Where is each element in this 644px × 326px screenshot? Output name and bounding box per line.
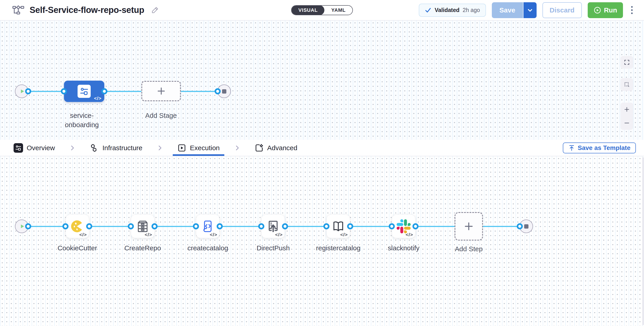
code-badge: </> <box>94 96 102 101</box>
start-node <box>15 84 28 98</box>
chevron-down-icon <box>527 7 534 14</box>
canvas-controls <box>620 56 633 130</box>
code-badge: </> <box>340 232 348 237</box>
zoom-controls <box>620 103 633 130</box>
step-card[interactable]: </> <box>262 215 285 238</box>
play-icon <box>19 223 25 229</box>
tab-label: Overview <box>27 144 55 152</box>
execution-canvas[interactable]: </> CookieCutter </> CreateRepo </> crea… <box>0 156 644 326</box>
end-node <box>217 84 231 98</box>
validated-time: 2h ago <box>463 7 480 13</box>
code-badge: </> <box>406 232 413 237</box>
pipeline-flowchart-icon <box>12 5 24 16</box>
toggle-visual[interactable]: VISUAL <box>292 5 324 15</box>
cookiecutter-icon <box>70 219 84 233</box>
connector-port[interactable] <box>323 223 330 230</box>
connector-port[interactable] <box>214 88 221 94</box>
save-dropdown-button[interactable] <box>524 2 536 18</box>
play-circle-icon <box>594 6 601 14</box>
connector-port[interactable] <box>25 223 31 230</box>
connector-port[interactable] <box>217 223 223 230</box>
add-step-label: Add Step <box>435 244 503 253</box>
pipeline-edge <box>22 91 224 92</box>
stage-config-tabs: Overview Infrastructure Execution Advanc… <box>0 140 644 156</box>
add-stage-button[interactable] <box>141 81 181 101</box>
step-card[interactable]: </> <box>392 215 416 238</box>
connector-port[interactable] <box>128 223 134 230</box>
chevron-right-icon <box>69 144 76 151</box>
connector-port[interactable] <box>86 223 92 230</box>
connector-port[interactable] <box>62 223 68 230</box>
zoom-to-fit-button[interactable] <box>620 56 633 69</box>
tab-label: Advanced <box>267 144 297 152</box>
step-card[interactable]: </> <box>326 215 350 238</box>
save-as-template-label: Save as Template <box>578 144 630 151</box>
advanced-icon <box>254 143 264 152</box>
connector-port[interactable] <box>101 88 108 94</box>
connector-port[interactable] <box>152 223 158 230</box>
code-badge: </> <box>79 232 87 237</box>
directpush-icon <box>266 219 280 233</box>
createrepo-icon <box>136 219 150 233</box>
code-badge: </> <box>145 232 152 237</box>
tab-execution[interactable]: Execution <box>177 140 220 156</box>
connector-port[interactable] <box>347 223 353 230</box>
step-card[interactable]: </> <box>66 215 89 238</box>
toggle-yaml[interactable]: YAML <box>324 5 352 15</box>
step-node-CreateRepo[interactable]: </> CreateRepo <box>131 215 154 238</box>
save-button[interactable]: Save <box>492 2 524 18</box>
validation-status-badge[interactable]: Validated 2h ago <box>419 4 486 17</box>
tab-overview[interactable]: Overview <box>14 140 55 156</box>
start-node <box>15 220 28 233</box>
connector-port[interactable] <box>517 223 523 230</box>
code-badge: </> <box>275 232 283 237</box>
step-node-CookieCutter[interactable]: </> CookieCutter <box>66 215 89 238</box>
tab-label: Execution <box>190 144 220 152</box>
infrastructure-icon <box>90 143 99 152</box>
run-button[interactable]: Run <box>588 2 623 18</box>
connector-port[interactable] <box>412 223 418 230</box>
discard-button[interactable]: Discard <box>542 2 582 18</box>
stop-icon <box>222 89 226 94</box>
add-step-button[interactable] <box>454 212 483 241</box>
edit-pipeline-name-button[interactable] <box>151 6 159 14</box>
more-options-button[interactable] <box>629 4 635 16</box>
minus-icon <box>624 120 630 126</box>
createcatalog-icon <box>201 219 215 233</box>
stage-node-service-onboarding[interactable]: </> <box>64 81 104 102</box>
step-label: CreateRepo <box>106 244 179 252</box>
stage-canvas[interactable]: </> service-onboarding Add Stage <box>0 21 644 140</box>
step-node-slacknotify[interactable]: </> slacknotify <box>392 215 416 238</box>
visual-yaml-toggle[interactable]: VISUAL YAML <box>291 5 353 15</box>
save-as-template-button[interactable]: Save as Template <box>563 142 636 153</box>
stage-label: service-onboarding <box>59 111 104 129</box>
zoom-out-button[interactable] <box>620 116 633 130</box>
check-icon <box>425 7 432 14</box>
vertical-scrollbar[interactable] <box>642 157 644 325</box>
tab-label: Infrastructure <box>102 144 142 152</box>
connector-port[interactable] <box>61 88 67 94</box>
tab-infrastructure[interactable]: Infrastructure <box>90 140 142 156</box>
step-label: registercatalog <box>302 244 374 252</box>
end-node <box>520 220 533 233</box>
step-card[interactable]: </> <box>131 215 154 238</box>
selection-mode-button[interactable] <box>620 78 633 91</box>
step-card[interactable]: </> <box>196 215 220 238</box>
save-split-button: Save <box>492 2 536 18</box>
step-node-registercatalog[interactable]: </> registercatalog <box>326 215 350 238</box>
stage-type-icon-box <box>78 85 91 98</box>
code-badge: </> <box>210 232 217 237</box>
zoom-in-button[interactable] <box>620 103 633 116</box>
step-node-createcatalog[interactable]: </> createcatalog <box>196 215 220 238</box>
connector-port[interactable] <box>25 88 31 94</box>
connector-port[interactable] <box>193 223 199 230</box>
connector-port[interactable] <box>282 223 288 230</box>
tab-advanced[interactable]: Advanced <box>254 140 297 156</box>
connector-port[interactable] <box>389 223 395 230</box>
plus-icon <box>624 106 630 113</box>
marquee-select-icon <box>624 81 630 88</box>
pencil-icon <box>151 6 159 14</box>
pipeline-title: Self-Service-flow-repo-setup <box>30 5 144 15</box>
step-node-DirectPush[interactable]: </> DirectPush <box>262 215 285 238</box>
connector-port[interactable] <box>258 223 264 230</box>
